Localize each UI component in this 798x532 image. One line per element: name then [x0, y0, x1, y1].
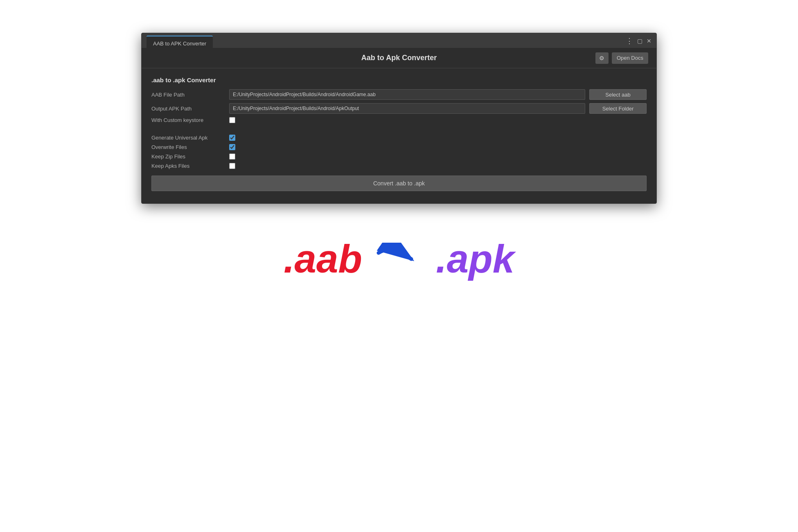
custom-keystore-row: With Custom keystore	[151, 117, 647, 123]
menu-icon[interactable]: ⋮	[626, 36, 633, 45]
header: Aab to Apk Converter ⚙ Open Docs	[142, 48, 656, 68]
close-icon[interactable]: ✕	[647, 37, 651, 44]
title-bar: AAB to APK Converter ⋮ ▢ ✕	[142, 33, 656, 48]
keep-apks-files-row: Keep Apks Files	[151, 163, 647, 169]
select-aab-button[interactable]: Select aab	[589, 89, 647, 100]
custom-keystore-checkbox[interactable]	[229, 117, 235, 123]
app-window: AAB to APK Converter ⋮ ▢ ✕ Aab to Apk Co…	[141, 33, 657, 204]
aab-file-path-label: AAB File Path	[151, 92, 225, 98]
output-apk-path-input[interactable]	[229, 103, 585, 114]
open-docs-button[interactable]: Open Docs	[612, 52, 648, 64]
logo-area: .aab .apk	[284, 237, 514, 282]
header-title: Aab to Apk Converter	[361, 54, 437, 62]
header-actions: ⚙ Open Docs	[595, 52, 648, 64]
keep-zip-files-label: Keep Zip Files	[151, 153, 225, 160]
overwrite-files-label: Overwrite Files	[151, 144, 225, 150]
tab-label: AAB to APK Converter	[153, 41, 206, 47]
minimize-icon[interactable]: ▢	[637, 37, 642, 44]
generate-universal-apk-label: Generate Universal Apk	[151, 135, 225, 141]
generate-universal-apk-row: Generate Universal Apk	[151, 135, 647, 141]
gear-icon: ⚙	[599, 55, 604, 61]
aab-file-path-input[interactable]	[229, 89, 585, 100]
section-title: .aab to .apk Converter	[151, 77, 647, 83]
output-apk-path-row: Output APK Path Select Folder	[151, 103, 647, 114]
output-apk-path-label: Output APK Path	[151, 106, 225, 112]
logo-apk-text: .apk	[436, 237, 514, 282]
overwrite-files-checkbox[interactable]	[229, 144, 235, 150]
keep-apks-files-checkbox[interactable]	[229, 163, 235, 169]
content-area: .aab to .apk Converter AAB File Path Sel…	[142, 68, 656, 203]
generate-universal-apk-checkbox[interactable]	[229, 135, 235, 141]
keep-apks-files-label: Keep Apks Files	[151, 163, 225, 169]
overwrite-files-row: Overwrite Files	[151, 144, 647, 150]
gear-button[interactable]: ⚙	[595, 52, 609, 64]
logo-aab-text: .aab	[284, 237, 362, 282]
select-folder-button[interactable]: Select Folder	[589, 103, 647, 114]
custom-keystore-label: With Custom keystore	[151, 117, 225, 123]
title-bar-controls: ⋮ ▢ ✕	[626, 36, 651, 45]
arrow-icon	[374, 243, 424, 275]
aab-file-path-row: AAB File Path Select aab	[151, 89, 647, 100]
window-tab[interactable]: AAB to APK Converter	[147, 36, 213, 48]
keep-zip-files-checkbox[interactable]	[229, 153, 235, 160]
keep-zip-files-row: Keep Zip Files	[151, 153, 647, 160]
convert-button[interactable]: Convert .aab to .apk	[151, 176, 647, 191]
